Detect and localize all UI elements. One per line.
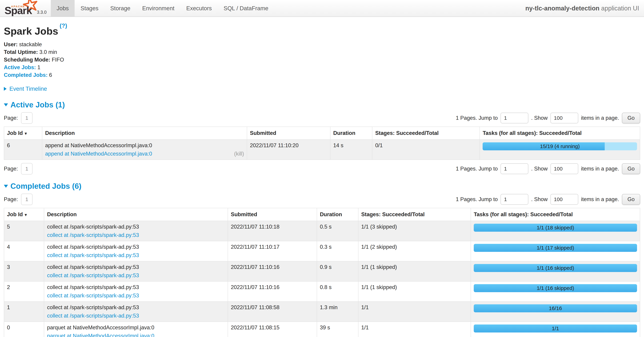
completed-jobs-section-header[interactable]: Completed Jobs (6) bbox=[4, 182, 640, 191]
submitted-cell: 2022/11/07 11:08:58 bbox=[228, 302, 317, 322]
jump-to-page-input[interactable] bbox=[500, 113, 528, 123]
tasks-cell: 15/19 (4 running) bbox=[480, 140, 640, 160]
page-label: Page: bbox=[4, 166, 18, 172]
description-link[interactable]: collect at /spark-scripts/spark-ad.py:53 bbox=[47, 272, 139, 279]
kill-link[interactable]: (kill) bbox=[234, 151, 244, 157]
stages-cell: 1/1 (2 skipped) bbox=[358, 241, 471, 261]
header-description[interactable]: Description bbox=[44, 208, 228, 221]
header-label: Tasks (for all stages): Succeeded/Total bbox=[474, 211, 573, 217]
progress-label: 16/16 bbox=[474, 304, 637, 312]
spark-logo[interactable]: APACHE Spark 3.3.0 bbox=[0, 0, 51, 16]
active-jobs-section-header[interactable]: Active Jobs (1) bbox=[4, 100, 640, 109]
job-id-value: 3 bbox=[7, 264, 10, 270]
table-header-row: Job Id▼ Description Submitted Duration S… bbox=[4, 127, 640, 140]
page-number-input[interactable] bbox=[21, 163, 32, 175]
header-label: Stages: Succeeded/Total bbox=[361, 211, 425, 217]
description-link[interactable]: append at NativeMethodAccessorImpl.java:… bbox=[45, 151, 152, 157]
header-job-id[interactable]: Job Id▼ bbox=[4, 208, 44, 221]
header-submitted[interactable]: Submitted bbox=[228, 208, 317, 221]
progress-label: 1/1 (17 skipped) bbox=[474, 244, 637, 252]
page-jump-control: 1 Pages. Jump to . Show items in a page.… bbox=[456, 113, 640, 123]
tab-storage[interactable]: Storage bbox=[104, 0, 136, 16]
tab-environment[interactable]: Environment bbox=[136, 0, 180, 16]
header-label: Description bbox=[45, 130, 75, 136]
tab-executors[interactable]: Executors bbox=[180, 0, 218, 16]
description-link[interactable]: collect at /spark-scripts/spark-ad.py:53 bbox=[47, 313, 139, 319]
table-header-row: Job Id▼ Description Submitted Duration S… bbox=[4, 208, 640, 221]
navbar: APACHE Spark 3.3.0 Jobs Stages Storage E… bbox=[0, 0, 644, 17]
job-table-row: 4 collect at /spark-scripts/spark-ad.py:… bbox=[4, 241, 640, 261]
progress-label: 1/1 (18 skipped) bbox=[474, 224, 637, 232]
active-jobs-link[interactable]: Active Jobs: bbox=[4, 64, 36, 70]
job-id-value: 6 bbox=[7, 142, 10, 148]
tab-stages[interactable]: Stages bbox=[74, 0, 104, 16]
submitted-cell: 2022/11/07 11:10:20 bbox=[247, 140, 330, 160]
header-tasks[interactable]: Tasks (for all stages): Succeeded/Total bbox=[471, 208, 640, 221]
description-link-row: collect at /spark-scripts/spark-ad.py:53 bbox=[47, 293, 225, 299]
header-description[interactable]: Description bbox=[42, 127, 247, 140]
header-stages[interactable]: Stages: Succeeded/Total bbox=[358, 208, 471, 221]
progress-label: 1/1 bbox=[474, 325, 637, 333]
header-submitted[interactable]: Submitted bbox=[247, 127, 330, 140]
description-link[interactable]: collect at /spark-scripts/spark-ad.py:53 bbox=[47, 293, 139, 299]
header-stages[interactable]: Stages: Succeeded/Total bbox=[372, 127, 480, 140]
items-per-page-text: items in a page. bbox=[581, 196, 619, 203]
tasks-cell: 16/16 bbox=[471, 302, 640, 322]
active-jobs-bottom-pager: Page: 1 Pages. Jump to . Show items in a… bbox=[4, 163, 640, 175]
event-timeline-toggle[interactable]: Event Timeline bbox=[4, 85, 640, 92]
job-table-row: 5 collect at /spark-scripts/spark-ad.py:… bbox=[4, 221, 640, 241]
go-button[interactable]: Go bbox=[622, 194, 640, 205]
pagination-bar: Page: 1 Pages. Jump to . Show items in a… bbox=[4, 194, 640, 205]
description-link[interactable]: collect at /spark-scripts/spark-ad.py:53 bbox=[47, 232, 139, 238]
summary-label: Total Uptime: bbox=[4, 49, 38, 55]
summary-value: FIFO bbox=[52, 57, 64, 63]
completed-jobs-section-title: Completed Jobs (6) bbox=[10, 182, 82, 191]
header-tasks[interactable]: Tasks (for all stages): Succeeded/Total bbox=[480, 127, 640, 140]
show-text: . Show bbox=[531, 115, 548, 121]
tab-label: Stages bbox=[80, 5, 98, 12]
tasks-cell: 1/1 bbox=[471, 322, 640, 337]
summary-value: stackable bbox=[19, 41, 42, 47]
description-text: collect at /spark-scripts/spark-ad.py:53 bbox=[47, 244, 225, 250]
tab-label: Jobs bbox=[57, 5, 69, 12]
description-text: append at NativeMethodAccessorImpl.java:… bbox=[45, 142, 244, 149]
completed-jobs-link[interactable]: Completed Jobs: bbox=[4, 72, 48, 78]
header-label: Duration bbox=[320, 211, 342, 217]
header-job-id[interactable]: Job Id▼ bbox=[4, 127, 42, 140]
page-label: Page: bbox=[4, 196, 18, 203]
tab-sql-dataframe[interactable]: SQL / DataFrame bbox=[218, 0, 274, 16]
jump-to-page-input[interactable] bbox=[500, 194, 528, 205]
stages-cell: 0/1 bbox=[372, 140, 480, 160]
summary-uptime: Total Uptime: 3.0 min bbox=[4, 48, 640, 56]
duration-cell: 0.3 s bbox=[317, 241, 358, 261]
page-number-input[interactable] bbox=[21, 194, 32, 205]
page-number-input[interactable] bbox=[21, 112, 32, 124]
active-jobs-section-title: Active Jobs (1) bbox=[10, 100, 65, 109]
tab-jobs[interactable]: Jobs bbox=[51, 0, 75, 16]
items-per-page-text: items in a page. bbox=[581, 166, 619, 172]
submitted-cell: 2022/11/07 11:10:16 bbox=[228, 261, 317, 281]
description-link[interactable]: parquet at NativeMethodAccessorImpl.java… bbox=[47, 333, 154, 337]
submitted-cell: 2022/11/07 11:10:18 bbox=[228, 221, 317, 241]
pages-count-text: 1 Pages. Jump to bbox=[456, 196, 498, 203]
description-link[interactable]: collect at /spark-scripts/spark-ad.py:53 bbox=[47, 252, 139, 259]
header-duration[interactable]: Duration bbox=[317, 208, 358, 221]
header-duration[interactable]: Duration bbox=[330, 127, 372, 140]
tasks-progress-bar: 16/16 bbox=[474, 304, 637, 312]
jump-to-page-input[interactable] bbox=[500, 163, 528, 174]
items-per-page-input[interactable] bbox=[550, 194, 578, 205]
go-button[interactable]: Go bbox=[622, 113, 640, 123]
description-cell: collect at /spark-scripts/spark-ad.py:53… bbox=[44, 241, 228, 261]
stages-cell: 1/1 bbox=[358, 322, 471, 337]
items-per-page-input[interactable] bbox=[550, 163, 578, 174]
application-title: ny-tlc-anomaly-detection application UI bbox=[526, 5, 644, 12]
description-link-row: collect at /spark-scripts/spark-ad.py:53 bbox=[47, 252, 225, 259]
go-button[interactable]: Go bbox=[622, 163, 640, 174]
summary-active-jobs: Active Jobs: 1 bbox=[4, 64, 640, 71]
page-control: Page: bbox=[4, 112, 32, 124]
stages-cell: 1/1 (1 skipped) bbox=[358, 261, 471, 281]
job-table-row: 0 parquet at NativeMethodAccessorImpl.ja… bbox=[4, 322, 640, 337]
page-title-text: Spark Jobs bbox=[4, 25, 58, 37]
items-per-page-input[interactable] bbox=[550, 113, 578, 123]
help-link[interactable]: (?) bbox=[60, 22, 67, 29]
